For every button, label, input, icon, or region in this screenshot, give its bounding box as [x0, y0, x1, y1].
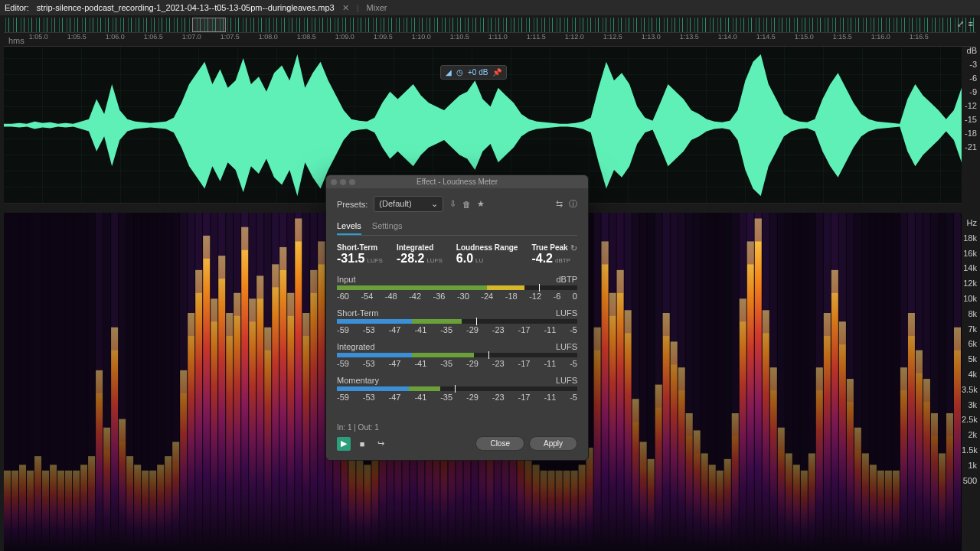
- preset-dropdown[interactable]: (Default) ⌄: [374, 196, 443, 212]
- metric-label: True Peak: [531, 243, 570, 252]
- menu-icon[interactable]: ≡: [969, 19, 973, 29]
- overview-selection[interactable]: [192, 18, 226, 32]
- svg-rect-228: [870, 213, 877, 487]
- svg-rect-79: [302, 313, 309, 549]
- divider: |: [357, 3, 359, 12]
- metric-value: -4.2: [531, 252, 553, 265]
- svg-rect-6: [19, 213, 26, 487]
- dialog-titlebar[interactable]: Effect - Loudness Meter: [326, 175, 588, 188]
- metric-unit: LUFS: [367, 257, 382, 264]
- svg-rect-164: [625, 213, 632, 333]
- metric-integrated: Integrated -28.2LUFS: [397, 243, 443, 266]
- info-icon[interactable]: ⓘ: [569, 198, 577, 210]
- svg-rect-176: [671, 213, 678, 364]
- svg-rect-248: [946, 213, 953, 436]
- pin-icon[interactable]: 📌: [492, 68, 501, 77]
- routing-icon[interactable]: ⇆: [556, 199, 563, 209]
- volume-hud[interactable]: ◢ ◷ +0 dB 📌: [440, 65, 507, 80]
- import-preset-icon[interactable]: ⇩: [449, 199, 456, 209]
- delete-preset-icon[interactable]: 🗑: [462, 200, 471, 209]
- reset-icon[interactable]: ↻: [570, 243, 577, 253]
- svg-rect-200: [763, 213, 769, 333]
- svg-rect-162: [617, 213, 624, 293]
- play-button[interactable]: ▶: [337, 437, 351, 451]
- db-tick: -3: [963, 60, 977, 69]
- metric-unit: dBTP: [555, 257, 570, 264]
- apply-button[interactable]: Apply: [529, 436, 577, 451]
- star-icon[interactable]: ★: [477, 199, 485, 209]
- freq-tick: 2.5k: [962, 412, 977, 428]
- meter-scale-tick: -17: [518, 325, 531, 334]
- freq-tick: Hz: [962, 216, 977, 231]
- svg-rect-58: [218, 213, 225, 279]
- stop-button[interactable]: ■: [355, 437, 369, 451]
- meter-scale-tick: -6: [554, 292, 561, 301]
- timeline-tick: 1:07.5: [220, 33, 240, 41]
- svg-rect-78: [295, 213, 302, 242]
- meter-scale-tick: -54: [361, 292, 373, 301]
- svg-rect-77: [295, 219, 302, 550]
- presets-label: Presets:: [337, 200, 368, 209]
- timeline-tick: 1:15.0: [795, 33, 814, 41]
- close-icon[interactable]: ✕: [342, 3, 349, 13]
- svg-rect-4: [11, 213, 18, 494]
- timeline-tick: 1:12.0: [565, 33, 584, 41]
- metric-label: Short-Term: [337, 243, 383, 252]
- svg-rect-168: [640, 213, 647, 465]
- editor-filename[interactable]: strip-silence-podcast_recording-1_2021-0…: [37, 3, 335, 12]
- overview-waveform: [4, 18, 976, 32]
- timeline-ruler[interactable]: hms 1:05.01:05.51:06.01:06.51:07.01:07.5…: [4, 33, 976, 47]
- freq-tick: 12k: [962, 276, 977, 292]
- loop-button[interactable]: ↪: [374, 437, 387, 451]
- timeline-tick: 1:14.0: [718, 33, 737, 41]
- meter-unit: dBTP: [556, 275, 577, 284]
- svg-rect-28: [103, 213, 110, 451]
- meter-scale-tick: -23: [492, 325, 505, 334]
- hud-value[interactable]: +0 dB: [468, 68, 488, 77]
- svg-rect-18: [65, 213, 72, 494]
- svg-rect-57: [218, 256, 225, 549]
- svg-rect-59: [226, 313, 233, 549]
- meter-scale-tick: -23: [492, 393, 505, 402]
- svg-rect-54: [203, 213, 210, 259]
- metric-true-peak: True Peak -4.2dBTP: [531, 243, 570, 266]
- db-tick: -12: [963, 101, 977, 110]
- meter-label: Momentary: [337, 376, 379, 385]
- svg-rect-62: [234, 213, 240, 316]
- svg-rect-193: [740, 298, 746, 549]
- freq-tick: 3k: [962, 398, 977, 413]
- svg-rect-238: [908, 213, 915, 336]
- freq-tick: 1k: [962, 458, 977, 474]
- svg-rect-22: [80, 213, 87, 487]
- svg-rect-72: [272, 213, 279, 287]
- time-format-label: hms: [4, 33, 29, 46]
- metric-value: -28.2: [397, 252, 424, 265]
- close-button[interactable]: Close: [475, 436, 524, 451]
- meter-scale-tick: -24: [481, 292, 493, 301]
- svg-rect-210: [801, 213, 808, 494]
- svg-rect-194: [740, 213, 746, 321]
- timeline-tick: 1:07.0: [182, 33, 201, 41]
- svg-rect-232: [885, 213, 892, 494]
- io-text: In: 1 | Out: 1: [337, 423, 577, 432]
- svg-rect-190: [724, 213, 731, 482]
- timeline-tick: 1:05.0: [29, 33, 48, 41]
- meter-scale-tick: -59: [337, 393, 349, 402]
- tab-mixer[interactable]: Mixer: [367, 3, 387, 12]
- freq-tick: 7k: [962, 322, 977, 337]
- svg-rect-156: [594, 213, 601, 350]
- meter-scale-tick: -42: [409, 292, 421, 301]
- svg-rect-40: [149, 213, 156, 494]
- tab-settings[interactable]: Settings: [372, 218, 403, 235]
- tab-levels[interactable]: Levels: [337, 218, 361, 235]
- svg-rect-30: [111, 213, 118, 350]
- waveform-overview[interactable]: ⤢ ≡: [4, 18, 976, 33]
- meter-scale-tick: -5: [570, 393, 577, 402]
- meter-scale-tick: -59: [337, 359, 349, 368]
- svg-rect-242: [923, 213, 930, 402]
- zoom-icon[interactable]: ⤢: [957, 19, 964, 29]
- svg-rect-198: [755, 213, 762, 242]
- meter-scale-tick: -11: [544, 359, 556, 368]
- svg-rect-46: [172, 213, 179, 465]
- meter-scale-tick: -47: [389, 325, 401, 334]
